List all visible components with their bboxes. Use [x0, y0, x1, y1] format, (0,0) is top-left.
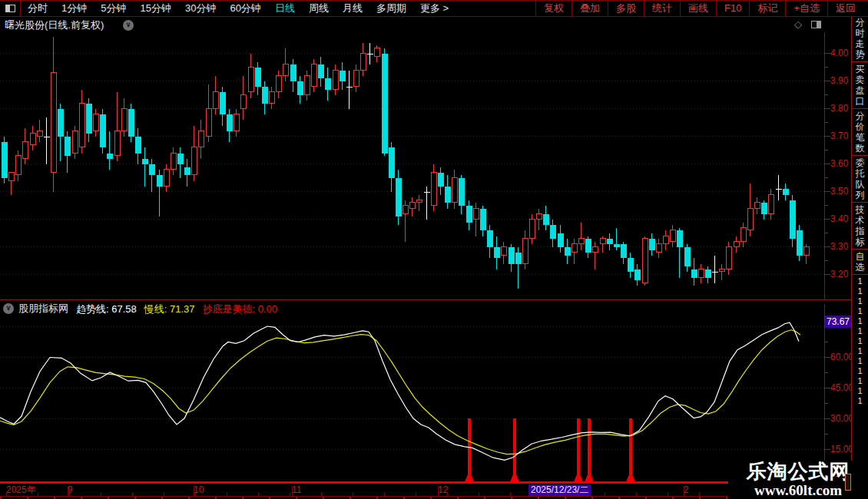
- top-toolbar: 分时1分钟5分钟15分钟30分钟60分钟日线周线月线多周期更多 > 复权叠加多股…: [0, 0, 868, 17]
- instrument-title: 曙光股份(日线.前复权): [5, 18, 104, 32]
- timeline-label: 12: [438, 484, 448, 496]
- indicator-chart[interactable]: [0, 304, 824, 485]
- side-tab-买卖盘口[interactable]: 买卖盘口: [852, 64, 868, 107]
- period-tab-月线[interactable]: 月线: [336, 1, 369, 16]
- timeline-label: 11: [292, 484, 301, 496]
- indicator-axis-label: 45.00: [830, 382, 853, 394]
- indicator-axis-label: 15.00: [830, 443, 853, 455]
- panel-separator: [0, 299, 868, 300]
- timeline-label: 9: [68, 484, 73, 496]
- menu-item-画线[interactable]: 画线: [680, 1, 716, 16]
- period-tab-15分钟[interactable]: 15分钟: [133, 1, 177, 16]
- diamond-icon[interactable]: ◇: [794, 18, 802, 30]
- timeline-label: 10: [194, 484, 204, 496]
- indicator-axis-label: 30.00: [830, 412, 853, 425]
- price-axis-label: 3.30: [830, 240, 848, 253]
- price-axis-label: 3.70: [830, 130, 848, 142]
- right-sidebar-strip[interactable]: 分时走势买卖盘口分价笔数委托队列技术指标自选1111111111111: [851, 17, 868, 497]
- menu-item-统计[interactable]: 统计: [644, 1, 680, 16]
- menu-item-多股[interactable]: 多股: [608, 1, 644, 16]
- period-tab-周线[interactable]: 周线: [302, 1, 336, 16]
- side-tab-委托队列[interactable]: 委托队列: [852, 157, 868, 200]
- side-tab-分时走势[interactable]: 分时走势: [852, 17, 868, 60]
- price-chart[interactable]: [0, 32, 824, 299]
- split-glyph: [5, 5, 15, 12]
- indicator-baseline: [0, 481, 728, 484]
- indicator-axis-label: 60.00: [830, 351, 853, 363]
- menu-item-标记[interactable]: 标记: [749, 1, 785, 16]
- scrollbar-thumb[interactable]: [845, 474, 851, 491]
- side-tab-分价笔数[interactable]: 分价笔数: [852, 111, 868, 154]
- tdx-chart-window: 分时1分钟5分钟15分钟30分钟60分钟日线周线月线多周期更多 > 复权叠加多股…: [0, 0, 868, 499]
- period-tabs: 分时1分钟5分钟15分钟30分钟60分钟日线周线月线多周期更多 >: [21, 1, 456, 16]
- timeline-label: 2025/12/23/二: [528, 484, 591, 496]
- period-tab-30分钟[interactable]: 30分钟: [178, 1, 223, 16]
- price-axis-label: 3.80: [830, 102, 848, 114]
- period-tab-60分钟[interactable]: 60分钟: [223, 1, 267, 16]
- side-tab-zixuan[interactable]: 自: [852, 251, 868, 262]
- menu-item-复权[interactable]: 复权: [535, 1, 571, 16]
- price-axis: 4.003.903.803.703.603.503.403.303.20: [824, 32, 851, 299]
- period-tab-分时[interactable]: 分时: [21, 1, 55, 16]
- period-tab-多周期[interactable]: 多周期: [369, 1, 413, 16]
- timeline-label: 2025年: [6, 484, 36, 496]
- title-bar: 曙光股份(日线.前复权) ∨ ◇: [0, 17, 868, 32]
- period-tab-1分钟[interactable]: 1分钟: [55, 1, 94, 16]
- panel-toggle-icon[interactable]: [811, 21, 821, 28]
- menu-item-+自选[interactable]: +自选: [785, 1, 827, 16]
- price-axis-label: 4.00: [830, 47, 848, 59]
- price-axis-label: 3.60: [830, 157, 848, 170]
- period-tab-更多 >[interactable]: 更多 >: [413, 1, 456, 16]
- action-menu: 复权叠加多股统计画线F10标记+自选返回: [535, 1, 868, 16]
- price-axis-label: 3.90: [830, 74, 848, 87]
- period-tab-日线[interactable]: 日线: [268, 1, 302, 16]
- window-split-icon[interactable]: [0, 1, 21, 16]
- side-tab-技术指标[interactable]: 技术指标: [852, 204, 868, 247]
- menu-item-叠加[interactable]: 叠加: [571, 1, 608, 16]
- period-tab-5分钟[interactable]: 5分钟: [94, 1, 133, 16]
- chevron-down-icon[interactable]: ∨: [123, 20, 134, 31]
- price-axis-label: 3.40: [830, 213, 848, 225]
- timeline-label: 2: [684, 484, 689, 496]
- price-axis-label: 3.20: [830, 268, 848, 280]
- menu-item-F10[interactable]: F10: [716, 1, 749, 16]
- indicator-axis: 60.0045.0030.0015.0073.67: [824, 304, 851, 485]
- price-axis-label: 3.50: [830, 185, 848, 197]
- menu-item-返回[interactable]: 返回: [827, 1, 863, 16]
